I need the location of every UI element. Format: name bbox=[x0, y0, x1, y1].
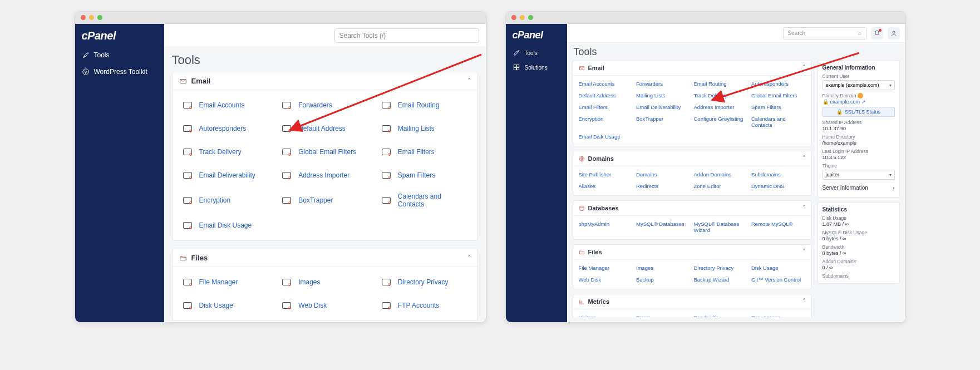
panel-head-metrics[interactable]: Metrics ˄ bbox=[573, 294, 811, 309]
maximize-dot-icon[interactable] bbox=[97, 15, 102, 20]
tool-icon bbox=[380, 169, 392, 181]
titlebar bbox=[506, 12, 905, 24]
close-dot-icon[interactable] bbox=[81, 15, 86, 20]
tool-link[interactable]: Web Disk bbox=[579, 275, 633, 284]
tool-item[interactable]: Email Routing bbox=[376, 95, 473, 116]
tool-link[interactable]: Disk Usage bbox=[751, 263, 806, 273]
tool-link[interactable]: Subdomains bbox=[751, 170, 806, 179]
tool-item[interactable]: Email Accounts bbox=[177, 95, 274, 116]
tool-item[interactable]: FTP Accounts bbox=[376, 295, 473, 316]
stat-row[interactable]: MySQL® Disk Usage0 bytes / ∞ bbox=[823, 230, 895, 241]
tool-link[interactable]: Aliases bbox=[579, 181, 633, 191]
search-input[interactable]: Search Tools (/) bbox=[334, 28, 479, 43]
tool-link[interactable]: Autoresponders bbox=[751, 79, 806, 88]
tool-item[interactable]: Track Delivery bbox=[177, 141, 274, 162]
tool-link[interactable]: Backup Wizard bbox=[694, 275, 748, 284]
tool-link[interactable]: Email Filters bbox=[579, 102, 633, 112]
tool-link[interactable]: Redirects bbox=[636, 181, 691, 191]
tool-link[interactable]: phpMyAdmin bbox=[579, 219, 633, 235]
user-select[interactable]: example (example.com) ▾ bbox=[823, 80, 895, 90]
tool-item[interactable]: Email Deliverability bbox=[177, 165, 274, 186]
tool-link[interactable]: File Manager bbox=[579, 263, 633, 273]
logo: cPanel bbox=[75, 24, 164, 47]
logo: cPanel bbox=[506, 24, 567, 46]
theme-select[interactable]: jupiter ▾ bbox=[823, 170, 895, 180]
panel-head-databases[interactable]: Databases ˄ bbox=[573, 201, 811, 216]
tool-link[interactable]: Calendars and Contacts bbox=[751, 114, 806, 130]
sidebar-item-wordpress[interactable]: WordPress Toolkit bbox=[75, 63, 164, 80]
sidebar-item-tools[interactable]: Tools bbox=[506, 46, 567, 60]
sidebar-item-tools[interactable]: Tools bbox=[75, 47, 164, 63]
stat-row[interactable]: Bandwidth0 bytes / ∞ bbox=[823, 244, 895, 256]
tool-item[interactable]: BoxTrapper bbox=[276, 188, 373, 213]
tool-link[interactable]: Errors bbox=[636, 313, 691, 317]
tool-link[interactable]: Dynamic DNS bbox=[751, 181, 806, 191]
tool-link[interactable]: Email Accounts bbox=[579, 79, 633, 88]
tool-link[interactable]: Backup bbox=[636, 275, 691, 284]
tool-item[interactable]: Encryption bbox=[177, 188, 274, 213]
tool-link[interactable]: Remote MySQL® bbox=[751, 219, 806, 235]
stat-row[interactable]: Disk Usage1.87 MB / ∞ bbox=[823, 215, 895, 227]
tool-item[interactable]: Default Address bbox=[276, 118, 373, 139]
panel-head-email[interactable]: Email ˄ bbox=[573, 61, 811, 76]
sidebar-item-solutions[interactable]: Solutions bbox=[506, 60, 567, 75]
tool-link[interactable]: Address Importer bbox=[694, 102, 748, 112]
tool-link[interactable]: Bandwidth bbox=[694, 313, 748, 317]
tool-link[interactable]: MySQL® Database Wizard bbox=[694, 219, 748, 235]
tool-link[interactable]: Default Address bbox=[579, 91, 633, 100]
tool-item[interactable]: Spam Filters bbox=[376, 165, 473, 186]
tool-item[interactable]: Calendars and Contacts bbox=[376, 188, 473, 213]
label-shared-ip: Shared IP Address bbox=[823, 120, 895, 125]
user-icon[interactable] bbox=[888, 27, 900, 40]
tool-link[interactable]: Email Routing bbox=[694, 79, 748, 88]
tool-link[interactable]: Raw Access bbox=[751, 313, 806, 317]
panel-head-domains[interactable]: Domains ˄ bbox=[573, 151, 811, 166]
tool-item[interactable]: Email Filters bbox=[376, 141, 473, 162]
tool-item[interactable]: File Manager bbox=[177, 272, 274, 293]
server-info-link[interactable]: Server Information › bbox=[823, 182, 895, 193]
tool-link[interactable]: MySQL® Databases bbox=[636, 219, 691, 235]
tool-item[interactable]: Address Importer bbox=[276, 165, 373, 186]
tool-link[interactable]: Email Disk Usage bbox=[579, 132, 633, 141]
minimize-dot-icon[interactable] bbox=[520, 15, 525, 20]
panel-head-files[interactable]: Files ˄ bbox=[573, 245, 811, 260]
notifications-icon[interactable] bbox=[871, 27, 883, 40]
tool-link[interactable]: Domains bbox=[636, 170, 691, 179]
tool-item[interactable]: Directory Privacy bbox=[376, 272, 473, 293]
tool-link[interactable]: Spam Filters bbox=[751, 102, 806, 112]
tool-link[interactable]: Directory Privacy bbox=[694, 263, 748, 273]
tool-item[interactable]: Mailing Lists bbox=[376, 118, 473, 139]
tool-link[interactable]: Global Email Filters bbox=[751, 91, 806, 100]
panel-head-files[interactable]: Files ˄ bbox=[173, 249, 477, 267]
tool-link[interactable]: Site Publisher bbox=[579, 170, 633, 179]
tool-link[interactable]: Forwarders bbox=[636, 79, 691, 88]
panel-head-email[interactable]: Email ˄ bbox=[173, 72, 477, 90]
tool-link[interactable]: Git™ Version Control bbox=[751, 275, 806, 284]
tool-link[interactable]: Images bbox=[636, 263, 691, 273]
minimize-dot-icon[interactable] bbox=[89, 15, 94, 20]
stat-row[interactable]: Addon Domains0 / ∞ bbox=[823, 259, 895, 270]
tool-item[interactable]: Email Disk Usage bbox=[177, 215, 274, 236]
tool-item[interactable]: Autoresponders bbox=[177, 118, 274, 139]
link-primary-domain[interactable]: 🔒 example.com ↗ bbox=[823, 99, 895, 105]
tool-item[interactable]: Web Disk bbox=[276, 295, 373, 316]
tool-link[interactable]: Mailing Lists bbox=[636, 91, 691, 100]
tool-item[interactable]: Global Email Filters bbox=[276, 141, 373, 162]
ssl-status-button[interactable]: 🔒 SSL/TLS Status bbox=[823, 107, 895, 117]
tools-icon bbox=[513, 49, 520, 57]
stat-row[interactable]: Subdomains bbox=[823, 273, 895, 279]
maximize-dot-icon[interactable] bbox=[528, 15, 533, 20]
tool-link[interactable]: Track Delivery bbox=[694, 91, 748, 100]
tool-link[interactable]: Zone Editor bbox=[694, 181, 748, 191]
close-dot-icon[interactable] bbox=[511, 15, 516, 20]
tool-item[interactable]: Forwarders bbox=[276, 95, 373, 116]
search-input[interactable]: Search ⌕ bbox=[783, 27, 866, 40]
tool-link[interactable]: Encryption bbox=[579, 114, 633, 130]
tool-link[interactable]: Visitors bbox=[579, 313, 633, 317]
tool-link[interactable]: Configure Greylisting bbox=[694, 114, 748, 130]
tool-item[interactable]: Images bbox=[276, 272, 373, 293]
tool-link[interactable]: Email Deliverability bbox=[636, 102, 691, 112]
tool-link[interactable]: Addon Domains bbox=[694, 170, 748, 179]
tool-link[interactable]: BoxTrapper bbox=[636, 114, 691, 130]
tool-item[interactable]: Disk Usage bbox=[177, 295, 274, 316]
